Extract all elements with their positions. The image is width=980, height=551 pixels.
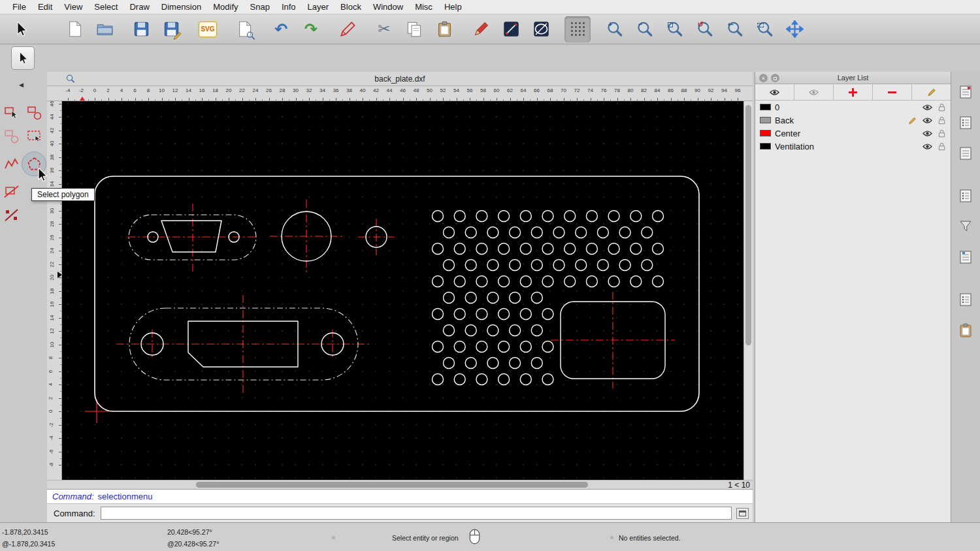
panel-detach-button[interactable] bbox=[771, 74, 779, 82]
zoom-previous-button[interactable] bbox=[721, 16, 747, 42]
add-layer-button[interactable] bbox=[834, 84, 873, 100]
v-ruler-label: 26 bbox=[49, 234, 55, 240]
select-contour-button[interactable] bbox=[1, 154, 21, 174]
zoom-in-button[interactable] bbox=[601, 16, 627, 42]
toolbar-separator bbox=[261, 29, 268, 29]
deselect-intersected-button[interactable] bbox=[1, 205, 21, 225]
h-ruler-label: 18 bbox=[212, 87, 218, 93]
edit-entity-button[interactable] bbox=[335, 16, 361, 42]
command-input[interactable] bbox=[101, 507, 732, 520]
save-as-button[interactable] bbox=[158, 16, 184, 42]
draw-pen-button[interactable] bbox=[468, 16, 494, 42]
remove-layer-button[interactable] bbox=[873, 84, 912, 100]
open-document-button[interactable] bbox=[91, 16, 118, 42]
print-preview-button[interactable] bbox=[231, 16, 257, 42]
horizontal-scrollbar[interactable]: 1 < 10 bbox=[47, 480, 753, 489]
layer-lock-icon[interactable] bbox=[938, 142, 945, 151]
menu-block[interactable]: Block bbox=[335, 2, 367, 12]
layer-row-0[interactable]: 0 bbox=[755, 101, 951, 114]
select-intersected-button[interactable] bbox=[1, 181, 21, 201]
layer-row-center[interactable]: Center bbox=[755, 127, 951, 140]
command-prompt-label: Command: bbox=[54, 509, 95, 518]
panel-title: Layer List bbox=[838, 74, 869, 82]
menu-snap[interactable]: Snap bbox=[244, 2, 276, 12]
menu-modify[interactable]: Modify bbox=[207, 2, 244, 12]
h-ruler-label: 78 bbox=[614, 87, 620, 93]
v-ruler-label: 34 bbox=[49, 181, 55, 187]
layer-row-back[interactable]: Back bbox=[755, 114, 951, 127]
svg-export-button[interactable]: SVG bbox=[195, 16, 221, 42]
new-document-button[interactable] bbox=[61, 16, 88, 42]
layer-lock-icon[interactable] bbox=[938, 129, 945, 138]
select-all-icon bbox=[26, 104, 42, 121]
menu-window[interactable]: Window bbox=[367, 2, 409, 12]
layer-visibility-icon[interactable] bbox=[923, 129, 932, 138]
selection-filter-panel-button[interactable] bbox=[954, 215, 977, 238]
menu-info[interactable]: Info bbox=[276, 2, 302, 12]
layer-visibility-icon[interactable] bbox=[923, 142, 932, 151]
edit-layer-button[interactable] bbox=[912, 84, 951, 100]
layer-list-panel-button[interactable] bbox=[954, 112, 977, 134]
select-single-entity-button[interactable] bbox=[1, 102, 21, 122]
active-tool-button[interactable] bbox=[11, 46, 35, 70]
pan-button[interactable] bbox=[781, 16, 808, 42]
panel-close-button[interactable]: × bbox=[759, 74, 768, 82]
selection-pointer-button[interactable] bbox=[8, 16, 34, 42]
grid-toggle-button[interactable] bbox=[564, 16, 591, 42]
menu-select[interactable]: Select bbox=[88, 2, 123, 12]
select-window-button[interactable] bbox=[24, 126, 44, 146]
menu-edit[interactable]: Edit bbox=[32, 2, 58, 12]
redraw-glyph bbox=[696, 20, 704, 29]
ellipse-tool-button[interactable] bbox=[528, 16, 554, 42]
h-ruler-label: 72 bbox=[574, 87, 580, 93]
horizontal-scrollbar-thumb[interactable] bbox=[196, 482, 588, 488]
zoom-redraw-button[interactable] bbox=[691, 16, 717, 42]
clipboard-panel-button[interactable] bbox=[954, 319, 977, 341]
plus-glyph bbox=[606, 20, 614, 28]
layer-lock-icon[interactable] bbox=[938, 116, 945, 125]
menu-layer[interactable]: Layer bbox=[302, 2, 335, 12]
command-input-row: Command: bbox=[47, 503, 753, 522]
polar-coordinate-display: 20.428<95.27° @20.428<95.27° bbox=[167, 526, 219, 550]
cad-drawing[interactable] bbox=[62, 101, 743, 480]
vertical-scrollbar-thumb[interactable] bbox=[745, 105, 751, 345]
command-line-panel-button[interactable] bbox=[954, 289, 977, 311]
drawing-canvas[interactable] bbox=[62, 101, 743, 480]
menu-misc[interactable]: Misc bbox=[409, 2, 438, 12]
menu-help[interactable]: Help bbox=[438, 2, 468, 12]
layer-row-ventilation[interactable]: Ventilation bbox=[755, 140, 951, 153]
h-ruler-label: -2 bbox=[79, 87, 84, 93]
zoom-auto-button[interactable] bbox=[661, 16, 687, 42]
magnifier-badge-icon bbox=[246, 31, 255, 40]
cut-button[interactable] bbox=[371, 16, 397, 42]
h-ruler-label: 4 bbox=[120, 87, 123, 93]
hide-all-layers-button[interactable] bbox=[794, 84, 834, 100]
menu-file[interactable]: File bbox=[7, 2, 32, 12]
undo-button[interactable] bbox=[268, 16, 294, 42]
vertical-scrollbar[interactable] bbox=[743, 101, 753, 480]
document-titlebar[interactable]: back_plate.dxf bbox=[47, 72, 753, 86]
layer-lock-icon[interactable] bbox=[938, 103, 945, 112]
line-tool-button[interactable] bbox=[498, 16, 524, 42]
h-ruler-label: 24 bbox=[253, 87, 259, 93]
menu-draw[interactable]: Draw bbox=[123, 2, 155, 12]
redo-button[interactable] bbox=[298, 16, 324, 42]
palette-collapse-handle[interactable]: ◀ bbox=[19, 82, 24, 88]
layer-visibility-icon[interactable] bbox=[923, 103, 932, 112]
menu-view[interactable]: View bbox=[58, 2, 88, 12]
command-options-button[interactable] bbox=[736, 508, 749, 519]
select-all-button[interactable] bbox=[24, 102, 44, 122]
block-list-panel-button[interactable] bbox=[954, 142, 977, 165]
property-editor-panel-button[interactable] bbox=[954, 81, 977, 103]
zoom-out-button[interactable] bbox=[631, 16, 657, 42]
show-all-layers-button[interactable] bbox=[755, 84, 794, 100]
copy-button[interactable] bbox=[401, 16, 427, 42]
menu-dimension[interactable]: Dimension bbox=[155, 2, 207, 12]
layer-visibility-icon[interactable] bbox=[923, 116, 932, 125]
deselect-all-button[interactable] bbox=[1, 126, 21, 146]
view-list-panel-button[interactable] bbox=[954, 185, 977, 207]
library-browser-panel-button[interactable] bbox=[954, 246, 977, 268]
paste-button[interactable] bbox=[431, 16, 457, 42]
save-button[interactable] bbox=[128, 16, 154, 42]
zoom-window-button[interactable] bbox=[751, 16, 777, 42]
